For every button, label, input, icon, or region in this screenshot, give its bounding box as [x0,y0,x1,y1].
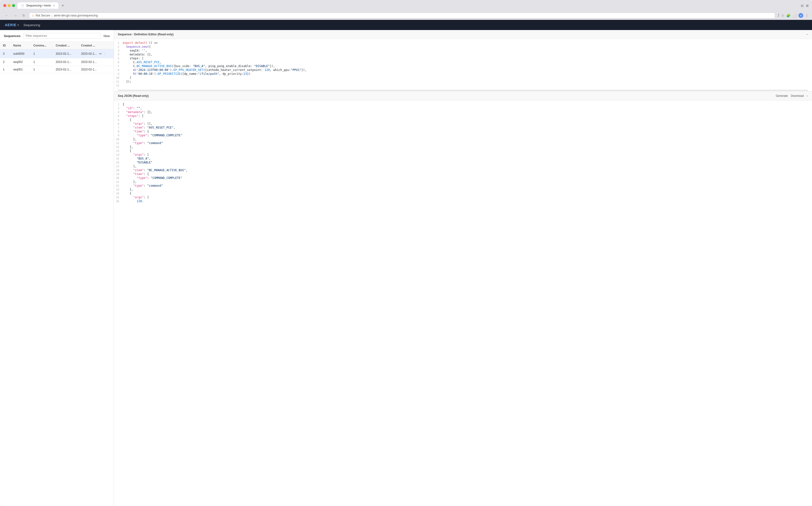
app: AERIE ▾ Sequencing Sequences New I [0,20,812,506]
cell-name: seq002 [10,58,30,66]
code-line: 5 steps: [ [114,57,812,60]
cell-id: 1 [0,66,10,73]
json-line: 19 "time": { [114,172,812,176]
maximize-button[interactable] [12,4,15,7]
table-row[interactable]: 1 seq001 1 2023-02-1... 2023-02-1... [0,66,114,73]
browser-window: 📄 Sequencing • Aerie ✕ + ⊟ ⊞ ← → ↻ ⚠ Not… [0,0,812,506]
sequences-table-container: ID Name Comma... Created ... Created ...… [0,42,114,506]
new-sequence-button[interactable]: New [104,34,110,38]
security-warning-icon: ⚠ [32,14,34,17]
cell-created2: 2023-02-1... ✏ | Edit Sequence [78,50,114,58]
row-separator: | [105,52,105,56]
json-line: 23 }, [114,188,812,191]
code-line: 8 A('2024-123T00:00:00').EP_PPU_HEATER_S… [114,68,812,72]
json-code-editor: 1 { 2 "id": "", 3 "metadata": {}, [114,100,812,506]
table-body: 3 sub0000 1 2023-02-1... 2023-02-1... ✏ … [0,50,114,73]
json-line: 5 { [114,118,812,122]
bookmark-icon[interactable]: ☆ [781,14,785,17]
code-line: 4 metadata: {}, [114,53,812,57]
code-line: 11 }); [114,80,812,84]
edit-sequence-button[interactable]: ✏ [98,51,103,56]
sidebar-icon[interactable]: ⬜ [792,14,797,17]
browser-toolbar: ⤴ ☆ 🧩 ⬜ A ⋮ [777,13,809,18]
definition-editor: Sequence - Definition Editor (Read-only)… [114,30,812,91]
refresh-button[interactable]: ↻ [21,13,27,18]
json-line: 18 "stem": "BC_MANAGE_ACTIVE_BUS", [114,168,812,172]
main-content: Sequences New ID Name Comma... Created .… [0,30,812,506]
json-line: 15 "BUS_A", [114,157,812,161]
definition-editor-title: Sequence - Definition Editor (Read-only) [118,33,174,36]
tab-close-button[interactable]: ✕ [53,4,55,7]
definition-editor-header: Sequence - Definition Editor (Read-only)… [114,30,812,39]
code-line: 9 R('00:00:10').DP_PRIORITIZE({dp_name:"… [114,72,812,76]
json-line: 11 "type": "command" [114,141,812,145]
col-created2: Created ... [78,42,114,50]
code-line: 2 Sequence.new({ [114,45,812,49]
panel-header: Sequences New [0,30,114,42]
json-line: 12 }, [114,145,812,149]
cell-name: sub0000 [10,50,30,58]
close-button[interactable] [3,4,6,7]
active-tab[interactable]: 📄 Sequencing • Aerie ✕ [17,2,58,9]
generate-button[interactable]: Generate [775,94,788,98]
logo-text: AERIE [5,23,16,27]
menu-icon[interactable]: ⋮ [805,14,809,17]
definition-editor-collapse-button[interactable]: − [806,32,808,36]
tab-bar: 📄 Sequencing • Aerie ✕ + [17,2,798,9]
address-input[interactable]: ⚠ Not Secure | aerie-dev.jpl.nasa.gov/se… [29,13,775,18]
cell-created1: 2023-02-1... [53,66,78,73]
json-line: 9 "type": "COMMAND_COMPLETE" [114,134,812,137]
cell-id: 2 [0,58,10,66]
seq-json-section: Seq JSON (Read-only) Generate Download −… [114,91,812,506]
logo-dropdown-icon[interactable]: ▾ [17,24,19,26]
json-line: 7 "stem": "AVS_RESET_PCE", [114,125,812,130]
new-tab-button[interactable]: + [60,3,65,8]
cell-commands: 1 [30,50,53,58]
json-line: 21 }, [114,180,812,184]
table-row[interactable]: 2 seq002 1 2023-02-1... 2023-02-1... [0,58,114,66]
seq-json-title: Seq JSON (Read-only) [118,94,149,98]
forward-button[interactable]: → [12,13,18,18]
address-url: aerie-dev.jpl.nasa.gov/sequencing [54,14,98,17]
json-line: 20 "type": "COMMAND_COMPLETE" [114,176,812,180]
extensions-icon[interactable]: 🧩 [786,14,791,17]
json-line: 26 120. [114,199,812,203]
json-line: 8 "time": { [114,130,812,134]
traffic-lights [3,4,15,7]
table-header: ID Name Comma... Created ... Created ... [0,42,114,50]
seq-json-header: Seq JSON (Read-only) Generate Download − [114,91,812,100]
cell-created1: 2023-02-1... [53,50,78,58]
cell-created2: 2023-02-1... [78,66,114,73]
minimize-button[interactable] [8,4,11,7]
definition-code-editor: 1 export default () => 2 Sequence.new({ … [114,39,812,89]
code-line: 10 ] [114,76,812,80]
back-button[interactable]: ← [3,13,10,18]
json-line: 14 "args": [ [114,153,812,157]
window-minimize-icon[interactable]: ⊟ [801,4,804,7]
download-button[interactable]: Download [791,94,804,98]
tab-title: Sequencing • Aerie [26,4,51,7]
editor-panel: Sequence - Definition Editor (Read-only)… [114,30,812,506]
sequences-panel: Sequences New ID Name Comma... Created .… [0,30,114,506]
code-line: 12 [114,84,812,87]
json-line: 16 "DISABLE" [114,161,812,164]
nav-sequencing[interactable]: Sequencing [23,23,40,27]
seq-json-collapse-button[interactable]: − [806,94,808,98]
code-line: 7 C.BC_MANAGE_ACTIVE_BUS({bus_side: "BUS… [114,64,812,68]
code-line: 3 seqId: '', [114,49,812,53]
json-line: 10 }, [114,137,812,141]
col-created1: Created ... [53,42,78,50]
profile-icon[interactable]: A [798,13,803,18]
json-line: 22 "type": "command" [114,184,812,188]
json-line: 3 "metadata": {}, [114,110,812,114]
json-line: 25 "args": [ [114,195,812,199]
table-row[interactable]: 3 sub0000 1 2023-02-1... 2023-02-1... ✏ … [0,50,114,58]
share-icon[interactable]: ⤴ [777,14,779,17]
filter-sequences-input[interactable] [23,33,100,39]
window-expand-icon[interactable]: ⊞ [806,4,809,7]
security-label: Not Secure [36,14,50,17]
horizontal-scrollbar[interactable] [118,90,808,91]
json-line: 1 { [114,102,812,106]
address-separator: | [52,14,52,17]
tab-favicon: 📄 [21,4,24,7]
